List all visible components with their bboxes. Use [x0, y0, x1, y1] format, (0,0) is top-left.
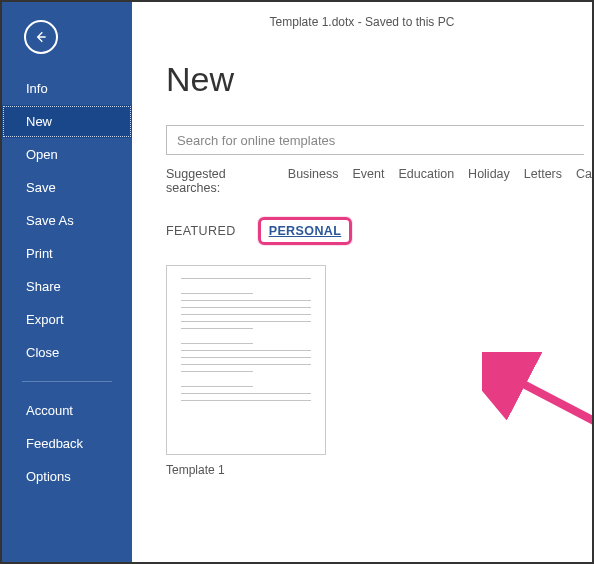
suggested-link-education[interactable]: Education: [399, 167, 455, 181]
templates-grid: Template 1: [166, 265, 592, 477]
nav-share[interactable]: Share: [2, 270, 132, 303]
suggested-link-business[interactable]: Business: [288, 167, 339, 181]
window-titlebar: Template 1.dotx - Saved to this PC: [132, 2, 592, 42]
nav-new[interactable]: New: [2, 105, 132, 138]
nav-info[interactable]: Info: [2, 72, 132, 105]
suggested-label: Suggested searches:: [166, 167, 274, 195]
nav-save-as[interactable]: Save As: [2, 204, 132, 237]
tab-personal[interactable]: PERSONAL: [269, 224, 342, 238]
nav-list-bottom: Account Feedback Options: [2, 394, 132, 493]
nav-separator: [22, 381, 112, 382]
suggested-link-holiday[interactable]: Holiday: [468, 167, 510, 181]
nav-export[interactable]: Export: [2, 303, 132, 336]
suggested-searches: Suggested searches: Business Event Educa…: [166, 167, 592, 195]
template-name: Template 1: [166, 463, 328, 477]
suggested-link-event[interactable]: Event: [353, 167, 385, 181]
nav-label: Open: [26, 147, 58, 162]
nav-label: Info: [26, 81, 48, 96]
nav-label: Account: [26, 403, 73, 418]
nav-print[interactable]: Print: [2, 237, 132, 270]
nav-options[interactable]: Options: [2, 460, 132, 493]
nav-label: Options: [26, 469, 71, 484]
title-text: Template 1.dotx - Saved to this PC: [270, 15, 455, 29]
suggested-link-more[interactable]: Ca: [576, 167, 592, 181]
nav-open[interactable]: Open: [2, 138, 132, 171]
tab-featured[interactable]: FEATURED: [166, 224, 236, 238]
suggested-link-letters[interactable]: Letters: [524, 167, 562, 181]
nav-list-main: Info New Open Save Save As Print Share E…: [2, 72, 132, 369]
nav-label: Print: [26, 246, 53, 261]
page-title: New: [166, 60, 592, 99]
search-input[interactable]: Search for online templates: [166, 125, 584, 155]
annotation-highlight-personal: PERSONAL: [258, 217, 353, 245]
nav-label: Save As: [26, 213, 74, 228]
nav-label: New: [26, 114, 52, 129]
nav-label: Save: [26, 180, 56, 195]
nav-label: Feedback: [26, 436, 83, 451]
main-pane: New Search for online templates Suggeste…: [132, 42, 592, 562]
nav-label: Share: [26, 279, 61, 294]
arrow-left-icon: [33, 29, 49, 45]
nav-save[interactable]: Save: [2, 171, 132, 204]
template-thumbnail[interactable]: [166, 265, 326, 455]
backstage-sidebar: Info New Open Save Save As Print Share E…: [2, 2, 132, 562]
nav-label: Close: [26, 345, 59, 360]
nav-label: Export: [26, 312, 64, 327]
nav-feedback[interactable]: Feedback: [2, 427, 132, 460]
nav-close[interactable]: Close: [2, 336, 132, 369]
nav-account[interactable]: Account: [2, 394, 132, 427]
template-card: Template 1: [166, 265, 328, 477]
template-tabs: FEATURED PERSONAL: [166, 217, 592, 245]
back-button[interactable]: [24, 20, 58, 54]
